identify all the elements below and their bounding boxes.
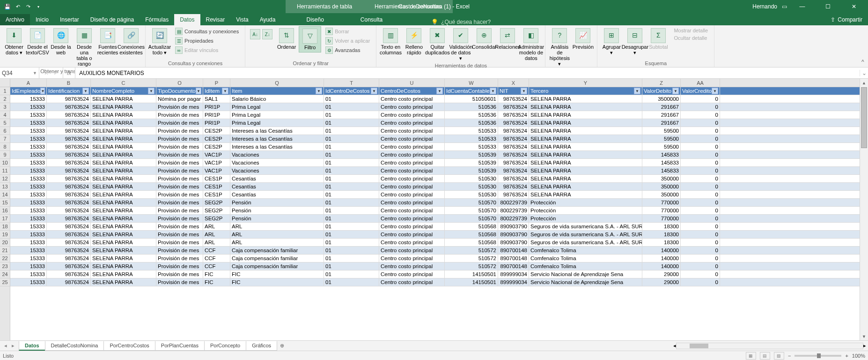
cell[interactable]: CCF [203,262,230,270]
cell[interactable]: 15333 [10,119,47,127]
cell[interactable]: Centro costo principal [379,247,445,254]
cell[interactable]: 15333 [10,239,47,246]
cell[interactable]: 98763524 [47,247,91,254]
sheet-tab-porcentrocostos[interactable]: PorCentroCostos [103,341,155,351]
cell[interactable]: 98763524 [47,255,91,262]
header-idcuentacontable[interactable]: IdCuentaContable▼ [445,87,498,95]
cell[interactable]: 145833 [642,167,681,174]
cell[interactable]: CES2P [203,127,230,135]
cell[interactable]: 510570 [445,207,498,214]
formula-input[interactable]: AUXILIOS MONETARIOS [75,68,860,78]
cell[interactable]: 18300 [642,239,681,246]
cancel-formula-icon[interactable]: ✕ [44,70,49,76]
tab-query[interactable]: Consulta [349,14,394,25]
from-table-range-button[interactable]: ▦Desde una tabla o rango [73,26,96,68]
cell[interactable]: 98763524 [47,103,91,111]
col-head-Z[interactable]: Z [642,79,681,87]
tab-insertar[interactable]: Insertar [54,14,85,25]
cell[interactable]: 510536 [445,119,498,127]
cell[interactable]: 350000 [642,175,681,182]
cell[interactable]: 890903790 [498,231,529,238]
ribbon-display-icon[interactable]: ▭ [782,3,787,10]
cell[interactable]: FIC [203,270,230,278]
cell[interactable]: 98763524 [498,135,529,142]
cell[interactable]: SELENA PARRA [529,111,642,119]
cell[interactable]: Intereses a las Cesantías [230,143,324,150]
cell[interactable]: 510568 [445,231,498,238]
cell[interactable]: ARL [203,239,230,246]
qat-customize-icon[interactable]: ▾ [35,3,42,10]
cell[interactable]: 15333 [10,151,47,158]
col-head-AA[interactable]: AA [681,79,720,87]
cell[interactable]: 0 [681,215,720,222]
filter-dropdown-icon[interactable]: ▼ [436,88,443,94]
cell[interactable]: 510530 [445,191,498,198]
filter-dropdown-icon[interactable]: ▼ [40,88,45,94]
col-head-W[interactable]: W [445,79,498,87]
col-head-P[interactable]: P [203,79,230,87]
cell[interactable]: Provisión de mes [156,239,203,246]
cell[interactable]: 510572 [445,255,498,262]
cell[interactable]: SELENA PARRA [91,175,156,182]
cell[interactable]: Caja compensación familiar [230,262,324,270]
filter-dropdown-icon[interactable]: ▼ [82,88,89,94]
sheet-tab-porconcepto[interactable]: PorConcepto [204,341,246,351]
cell[interactable]: 890700148 [498,247,529,254]
cell[interactable]: 140000 [642,255,681,262]
col-head-A[interactable]: A [10,79,47,87]
tab-revisar[interactable]: Revisar [200,14,231,25]
cell[interactable]: SELENA PARRA [91,270,156,278]
row-head-12[interactable]: 12 [0,175,10,183]
data-validation-button[interactable]: ✔Validación de datos ▾ [449,26,472,63]
cell[interactable]: 15333 [10,199,47,206]
filter-dropdown-icon[interactable]: ▼ [316,88,322,94]
cell[interactable]: FIC [230,278,324,286]
cell[interactable]: ARL [203,223,230,230]
sheet-nav-first-icon[interactable]: ◂ [2,343,9,349]
cell[interactable]: ARL [230,239,324,246]
cell[interactable]: SELENA PARRA [529,175,642,182]
cell[interactable]: 01 [324,183,379,190]
cell[interactable]: 890903790 [498,239,529,246]
cell[interactable]: 98763524 [47,151,91,158]
cell[interactable]: 01 [324,231,379,238]
cell[interactable]: Centro costo principal [379,159,445,166]
cell[interactable]: Provisión de mes [156,151,203,158]
cell[interactable]: Protección [529,199,642,206]
tab-ayuda[interactable]: Ayuda [254,14,281,25]
cell[interactable]: Centro costo principal [379,135,445,142]
header-nit[interactable]: NIT▼ [498,87,529,95]
cell[interactable]: 510572 [445,247,498,254]
header-item[interactable]: Item▼ [230,87,324,95]
sort-desc-icon[interactable]: Z↓ [262,29,272,39]
minimize-button[interactable]: — [792,0,813,13]
cell[interactable]: 14150501 [445,278,498,286]
cell[interactable]: 98763524 [498,183,529,190]
cell[interactable]: Provisión de mes [156,111,203,119]
cell[interactable]: Provisión de mes [156,262,203,270]
header-idcentrodecostos[interactable]: IdCentroDeCostos▼ [324,87,379,95]
cell[interactable]: 0 [681,207,720,214]
tab-design[interactable]: Diseño [295,14,335,25]
row-head-7[interactable]: 7 [0,135,10,143]
cell[interactable]: SELENA PARRA [91,199,156,206]
manage-model-button[interactable]: ◧Administrar modelo de datos [520,26,542,63]
cell[interactable]: Servicio Nacional de Aprendizaje Sena [529,270,642,278]
cell[interactable]: SELENA PARRA [529,95,642,103]
cell[interactable]: 510568 [445,239,498,246]
refresh-all-button[interactable]: 🔄Actualizar todo ▾ [148,26,171,57]
cell[interactable]: 98763524 [47,239,91,246]
cell[interactable]: Protección [529,215,642,222]
sheet-tab-detallecostonomina[interactable]: DetalleCostoNomina [45,341,104,351]
table-row[interactable]: 1533398763524SELENA PARRANómina por paga… [10,95,860,103]
cell[interactable]: 15333 [10,278,47,286]
cell[interactable]: SELENA PARRA [91,247,156,254]
advanced-filter-button[interactable]: ⚙Avanzadas [324,46,371,54]
cell[interactable]: SELENA PARRA [91,159,156,166]
cell[interactable]: 890700148 [498,255,529,262]
col-head-O[interactable]: O [156,79,203,87]
cell[interactable]: Seguros de vida suramericana S.A. - ARL … [529,239,642,246]
cell[interactable]: 15333 [10,223,47,230]
expand-formula-bar-icon[interactable]: ⌄ [860,70,868,76]
cell[interactable]: 0 [681,223,720,230]
